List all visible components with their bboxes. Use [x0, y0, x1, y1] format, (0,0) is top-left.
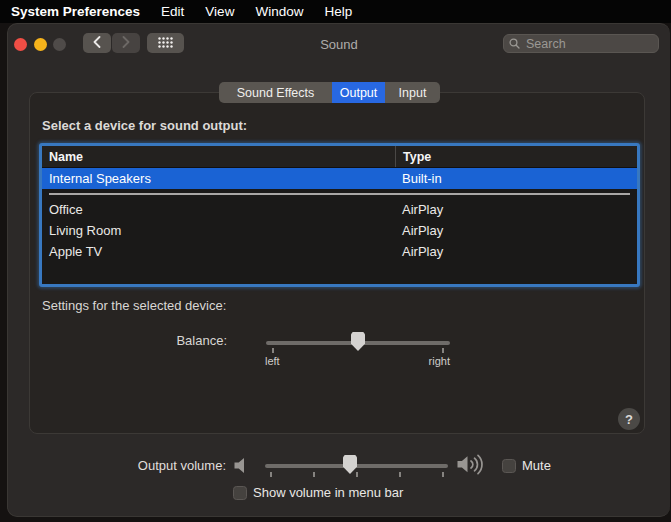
show-volume-in-menu-bar-label: Show volume in menu bar: [253, 485, 403, 500]
volume-tick: [313, 472, 315, 477]
menu-item-help[interactable]: Help: [324, 4, 352, 19]
device-name: Office: [42, 199, 395, 220]
output-tab-panel: Select a device for sound output: Name T…: [29, 92, 645, 434]
mute-label: Mute: [522, 458, 551, 473]
device-table: Name Type Internal Speakers Built-in Off…: [39, 143, 640, 287]
device-name: Apple TV: [42, 241, 395, 262]
menu-item-window[interactable]: Window: [255, 4, 303, 19]
tab-bar: Sound Effects Output Input: [219, 82, 440, 103]
help-button[interactable]: ?: [618, 408, 640, 430]
column-header-type[interactable]: Type: [395, 146, 637, 167]
tab-output[interactable]: Output: [332, 82, 385, 103]
table-row-living-room[interactable]: Living Room AirPlay: [42, 220, 637, 241]
output-volume-label: Output volume:: [68, 458, 226, 473]
balance-tick-right: [442, 348, 444, 353]
tab-input-label: Input: [399, 86, 427, 100]
column-header-name[interactable]: Name: [42, 146, 395, 167]
menu-app-name[interactable]: System Preferences: [11, 4, 140, 19]
menu-bar: System Preferences Edit View Window Help: [0, 0, 671, 23]
volume-tick: [270, 472, 272, 477]
menu-item-view[interactable]: View: [205, 4, 234, 19]
speaker-loud-icon: [456, 453, 490, 480]
question-mark-icon: ?: [625, 412, 633, 427]
speaker-quiet-icon: [232, 456, 251, 479]
balance-label: Balance:: [120, 333, 227, 348]
table-row-office[interactable]: Office AirPlay: [42, 199, 637, 220]
select-device-label: Select a device for sound output:: [42, 118, 247, 133]
search-input[interactable]: [524, 36, 653, 52]
volume-tick: [399, 472, 401, 477]
tab-sound-effects-label: Sound Effects: [237, 86, 315, 100]
search-field[interactable]: [503, 34, 659, 53]
device-type: Built-in: [395, 168, 637, 189]
separator-line: [49, 193, 630, 195]
sound-preferences-window: Sound Sound Effects Output Input Select …: [7, 23, 670, 517]
balance-right-label: right: [420, 355, 450, 367]
device-type: AirPlay: [395, 220, 637, 241]
tab-output-label: Output: [340, 86, 378, 100]
device-type: AirPlay: [395, 199, 637, 220]
settings-for-device-label: Settings for the selected device:: [42, 298, 226, 313]
output-volume-slider-thumb[interactable]: [343, 455, 357, 474]
device-table-header: Name Type: [42, 146, 637, 168]
device-name: Internal Speakers: [42, 168, 395, 189]
menu-item-edit[interactable]: Edit: [161, 4, 184, 19]
table-row-apple-tv[interactable]: Apple TV AirPlay: [42, 241, 637, 262]
balance-left-label: left: [265, 355, 280, 367]
tab-input[interactable]: Input: [385, 82, 440, 103]
balance-tick-left: [272, 348, 274, 353]
search-icon: [509, 35, 520, 53]
volume-tick: [356, 472, 358, 477]
balance-slider-thumb[interactable]: [351, 332, 365, 351]
table-group-separator: [42, 189, 637, 199]
tab-sound-effects[interactable]: Sound Effects: [219, 82, 332, 103]
volume-tick: [442, 472, 444, 477]
device-name: Living Room: [42, 220, 395, 241]
show-volume-in-menu-bar-checkbox[interactable]: [233, 486, 247, 500]
mute-checkbox[interactable]: [502, 459, 516, 473]
table-row-internal-speakers[interactable]: Internal Speakers Built-in: [42, 168, 637, 189]
device-type: AirPlay: [395, 241, 637, 262]
